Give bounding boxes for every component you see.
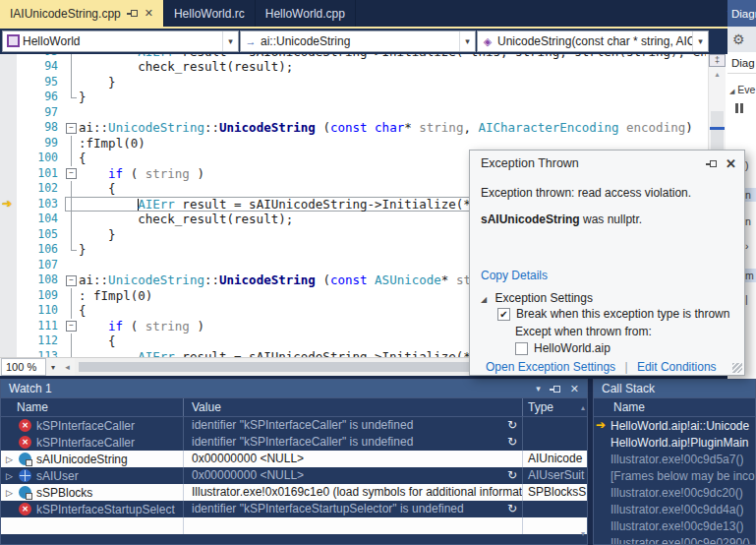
edit-conditions-link[interactable]: Edit Conditions bbox=[637, 360, 717, 374]
scroll-down-icon[interactable]: ▾ bbox=[581, 529, 585, 538]
outlining-margin[interactable]: − bbox=[65, 166, 79, 182]
outlining-margin[interactable]: − bbox=[65, 319, 79, 334]
breakpoint-margin[interactable] bbox=[0, 333, 17, 349]
resize-grip[interactable] bbox=[732, 363, 742, 373]
diagnostic-tools-title[interactable]: Diagn bbox=[727, 0, 756, 27]
call-stack-frame[interactable]: [Frames below may be inco bbox=[594, 467, 755, 484]
column-header-value[interactable]: Value bbox=[183, 398, 522, 416]
refresh-icon[interactable]: ↻ bbox=[507, 417, 517, 434]
breakpoint-margin[interactable] bbox=[0, 319, 17, 334]
breakpoint-margin[interactable] bbox=[0, 258, 17, 273]
break-checkbox-row[interactable]: ✔ Break when this exception type is thro… bbox=[497, 307, 729, 321]
splitter-button[interactable]: ‡ bbox=[709, 54, 726, 67]
code-text[interactable]: } bbox=[79, 75, 706, 91]
breakpoint-margin[interactable] bbox=[0, 75, 17, 91]
project-dropdown[interactable]: HelloWorld ▾ bbox=[2, 30, 239, 52]
outlining-margin[interactable]: − bbox=[65, 272, 79, 288]
column-header-name[interactable]: Name bbox=[1, 400, 183, 414]
expand-arrow-icon[interactable]: ▷ bbox=[6, 454, 19, 464]
watch-title-bar[interactable]: Watch 1 ▾ ✕ bbox=[1, 380, 587, 397]
scroll-left-icon[interactable]: ◂ bbox=[60, 362, 75, 372]
code-text[interactable]: :fImpl(0) bbox=[79, 136, 706, 151]
watch-row[interactable]: ▷sSPBlocksIllustrator.exe!0x0169c1e0 (lo… bbox=[1, 484, 587, 501]
watch-row[interactable]: ▷sAIUnicodeString0x00000000 <NULL>AIUnic… bbox=[1, 451, 587, 467]
checkbox-checked-icon[interactable]: ✔ bbox=[497, 308, 510, 321]
call-stack-frame[interactable]: Illustrator.exe!00c9d5a7() bbox=[594, 451, 755, 467]
breakpoint-margin[interactable] bbox=[0, 272, 17, 288]
scroll-up-icon[interactable]: ▴ bbox=[581, 403, 585, 412]
expand-arrow-icon[interactable]: ▷ bbox=[6, 471, 19, 481]
member-dropdown[interactable]: ◈ UnicodeString(const char * string, AIC… bbox=[477, 30, 709, 52]
window-position-icon[interactable]: ▾ bbox=[536, 384, 541, 394]
close-icon[interactable]: ✕ bbox=[145, 7, 153, 20]
watch-row[interactable]: ✕kSPInterfaceStartupSelectidentifier "kS… bbox=[1, 501, 587, 517]
code-text[interactable]: ai::UnicodeString::UnicodeString (const … bbox=[79, 120, 706, 136]
refresh-icon[interactable]: ↻ bbox=[507, 501, 517, 517]
breakpoint-margin[interactable] bbox=[0, 242, 17, 258]
breakpoint-margin[interactable] bbox=[0, 105, 17, 121]
outlining-margin[interactable]: − bbox=[65, 120, 79, 136]
gear-icon[interactable]: ⚙ bbox=[732, 31, 745, 47]
column-header-type[interactable]: Type bbox=[522, 398, 587, 416]
document-tab[interactable]: HelloWorld.cpp bbox=[256, 0, 356, 27]
document-tab[interactable]: HelloWorld.rc bbox=[164, 0, 256, 27]
events-section-header[interactable]: ◢ Eve bbox=[727, 74, 756, 95]
close-icon[interactable]: ✕ bbox=[570, 383, 579, 395]
watch-row[interactable]: ✕kSPInterfaceCalleridentifier "kSPInterf… bbox=[1, 434, 587, 451]
close-icon[interactable]: ✕ bbox=[726, 156, 736, 171]
pause-icon[interactable] bbox=[735, 103, 743, 113]
breakpoint-margin[interactable] bbox=[0, 288, 17, 304]
module-checkbox-row[interactable]: HelloWorld.aip bbox=[515, 341, 611, 355]
breakpoint-margin[interactable] bbox=[0, 59, 17, 75]
breakpoint-margin[interactable] bbox=[0, 181, 17, 197]
breakpoint-margin[interactable]: ➔ bbox=[0, 197, 17, 212]
pin-icon[interactable] bbox=[127, 9, 139, 18]
frame-margin bbox=[594, 484, 611, 501]
chevron-down-icon[interactable]: ▾ bbox=[222, 31, 238, 51]
chevron-down-icon[interactable]: ▾ bbox=[46, 363, 60, 372]
breakpoint-margin[interactable] bbox=[0, 303, 17, 319]
breakpoint-margin[interactable] bbox=[0, 136, 17, 151]
breakpoint-margin[interactable] bbox=[0, 166, 17, 182]
scope-dropdown[interactable]: → ai::UnicodeString ▾ bbox=[240, 30, 476, 52]
watch-row[interactable] bbox=[1, 517, 587, 534]
fold-collapse-icon[interactable]: − bbox=[66, 168, 77, 179]
document-tab[interactable]: IAIUnicodeString.cpp✕ bbox=[0, 0, 164, 27]
watch-row[interactable]: ▷sAIUser0x00000000 <NULL>↻AIUserSuit bbox=[1, 467, 587, 484]
copy-details-link[interactable]: Copy Details bbox=[481, 269, 548, 282]
breakpoint-margin[interactable] bbox=[0, 90, 17, 105]
refresh-icon[interactable]: ↻ bbox=[507, 434, 517, 451]
chevron-down-icon[interactable]: ▾ bbox=[459, 31, 475, 51]
column-header-name[interactable]: Name bbox=[594, 400, 645, 414]
breakpoint-margin[interactable] bbox=[0, 120, 17, 136]
breakpoint-margin[interactable] bbox=[0, 151, 17, 166]
call-stack-frame[interactable]: HelloWorld.aip!PluginMain bbox=[594, 434, 755, 451]
scroll-up-icon[interactable]: ▴ bbox=[709, 70, 726, 79]
fold-collapse-icon[interactable]: − bbox=[66, 123, 77, 134]
call-stack-title-bar[interactable]: Call Stack bbox=[594, 380, 755, 397]
call-stack-frame[interactable]: ➔HelloWorld.aip!ai::Unicode bbox=[594, 417, 755, 434]
breakpoint-margin[interactable] bbox=[0, 349, 17, 358]
open-exception-settings-link[interactable]: Open Exception Settings bbox=[486, 360, 615, 374]
diagnostics-tab-label[interactable]: Diag bbox=[727, 52, 756, 74]
fold-collapse-icon[interactable]: − bbox=[66, 321, 77, 332]
breakpoint-margin[interactable] bbox=[0, 227, 17, 243]
pin-icon[interactable] bbox=[550, 385, 561, 394]
pin-icon[interactable] bbox=[706, 159, 718, 168]
breakpoint-margin[interactable] bbox=[0, 212, 17, 227]
fold-collapse-icon[interactable]: − bbox=[66, 275, 77, 286]
zoom-level-dropdown[interactable]: 100 % bbox=[1, 358, 46, 376]
refresh-icon[interactable]: ↻ bbox=[507, 467, 517, 484]
exception-settings-header[interactable]: ◢ Exception Settings bbox=[481, 291, 593, 305]
expand-arrow-icon[interactable]: ▷ bbox=[6, 488, 19, 498]
code-text[interactable]: } bbox=[79, 90, 706, 105]
call-stack-frame[interactable]: Illustrator.exe!00c9e0290() bbox=[594, 534, 755, 545]
call-stack-frame[interactable]: Illustrator.exe!00c9dd4a() bbox=[594, 501, 755, 517]
code-text[interactable] bbox=[79, 105, 706, 121]
call-stack-frame[interactable]: Illustrator.exe!00c9dc20() bbox=[594, 484, 755, 501]
checkbox-unchecked-icon[interactable] bbox=[515, 342, 528, 355]
chevron-down-icon[interactable]: ▾ bbox=[692, 31, 708, 51]
code-text[interactable]: check_result(result); bbox=[79, 59, 706, 75]
call-stack-frame[interactable]: Illustrator.exe!00c9de13() bbox=[594, 517, 755, 534]
watch-row[interactable]: ✕kSPInterfaceCalleridentifier "kSPInterf… bbox=[1, 417, 587, 434]
